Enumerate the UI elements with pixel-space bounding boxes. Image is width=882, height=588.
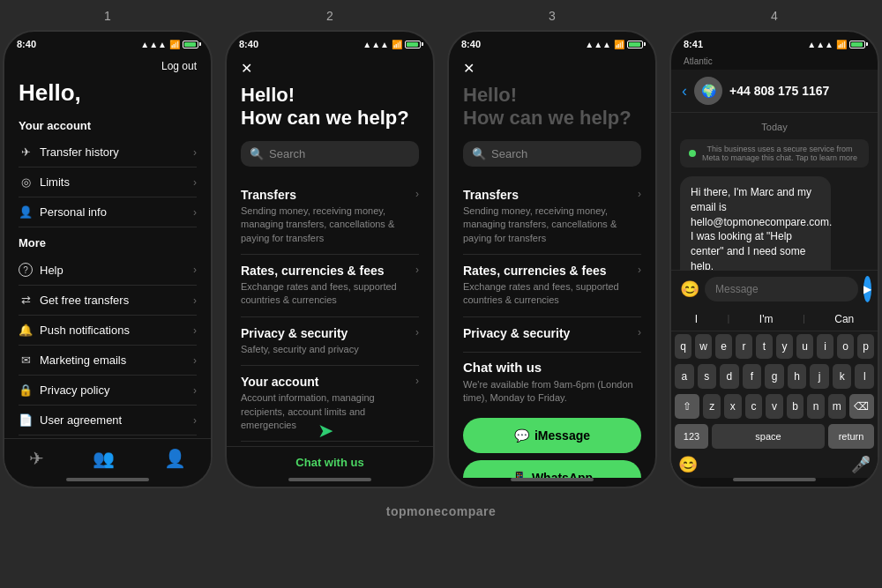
key-y[interactable]: y — [776, 334, 793, 359]
help-icon: ? — [19, 263, 33, 277]
search-placeholder-2: Search — [269, 147, 305, 160]
phone3-main-content: ✕ Hello! How can we help? 🔍 Search Trans… — [449, 53, 655, 478]
phone-1: 1 8:40 ▲▲▲ 📶 Log out Hello, Your accou — [3, 9, 213, 488]
help-label: Help — [40, 264, 64, 277]
key-n[interactable]: n — [807, 394, 825, 419]
search-bar-3[interactable]: 🔍 Search — [463, 141, 641, 167]
help-rates-item[interactable]: Rates, currencies & fees Exchange rates … — [241, 255, 419, 317]
signal-icon-2: ▲▲▲ — [363, 40, 389, 49]
mic-icon[interactable]: 🎤 — [851, 455, 871, 474]
search-icon-3: 🔍 — [472, 147, 486, 160]
suggest-3[interactable]: Can — [834, 313, 854, 325]
key-u[interactable]: u — [796, 334, 813, 359]
chat-section-2: Chat with us ➤ — [227, 446, 433, 478]
secure-notice: This business uses a secure service from… — [680, 139, 869, 167]
phone-screen-4: 8:41 ▲▲▲ 📶 Atlantic ‹ 🌍 +44 808 — [669, 30, 879, 488]
key-v[interactable]: v — [766, 394, 783, 419]
chevron-tr3: › — [638, 188, 641, 200]
chat-bubble-message: Hi there, I'm Marc and my email is hello… — [680, 176, 831, 270]
key-r[interactable]: r — [736, 334, 752, 359]
whatsapp-icon: 📱 — [512, 471, 527, 478]
key-z[interactable]: z — [703, 394, 721, 419]
transfers-desc-3: Sending money, receiving money, managing… — [463, 205, 638, 245]
user-agreement-item[interactable]: 📄 User agreement › — [19, 406, 197, 435]
key-e[interactable]: e — [715, 334, 732, 359]
limits-item[interactable]: ◎ Limits › — [19, 167, 197, 197]
rates-title: Rates, currencies & fees — [241, 264, 415, 278]
whatsapp-label: WhatsApp — [532, 471, 593, 478]
key-g[interactable]: g — [765, 364, 784, 389]
emoji-icon[interactable]: 😊 — [680, 279, 699, 299]
help-transfers-item[interactable]: Transfers Sending money, receiving money… — [241, 179, 419, 255]
search-bar-2[interactable]: 🔍 Search — [241, 141, 419, 167]
people-nav-icon[interactable]: 👥 — [93, 448, 115, 469]
status-icons-1: ▲▲▲ 📶 — [140, 40, 198, 49]
logout-button[interactable]: Log out — [161, 60, 197, 72]
time-3: 8:40 — [461, 39, 481, 49]
push-notif-label: Push notifications — [40, 324, 130, 337]
emoji-keyboard-icon[interactable]: 😊 — [678, 455, 698, 474]
back-arrow-btn[interactable]: ‹ — [682, 82, 687, 100]
phone-3: 3 8:40 ▲▲▲ 📶 ✕ Hello! H — [447, 9, 657, 488]
privacy-label: Privacy policy — [40, 383, 109, 397]
suggest-2[interactable]: I'm — [759, 313, 774, 325]
chat-with-us-btn[interactable]: Chat with us — [227, 446, 433, 478]
key-j[interactable]: j — [810, 364, 829, 389]
chevron-ps3: › — [638, 326, 641, 339]
secure-dot — [689, 150, 696, 157]
help-privacy-item-3[interactable]: Privacy & security › — [463, 317, 641, 353]
key-123[interactable]: 123 — [675, 424, 708, 449]
privacy-item[interactable]: 🔒 Privacy policy › — [19, 376, 197, 406]
key-q[interactable]: q — [675, 334, 691, 359]
home-indicator-2 — [288, 478, 371, 481]
key-d[interactable]: d — [720, 364, 739, 389]
kb-row-4: 123 space return — [671, 421, 878, 451]
free-transfers-item[interactable]: ⇄ Get free transfers › — [19, 286, 197, 316]
phone-2: 2 8:40 ▲▲▲ 📶 ✕ Hello! H — [225, 9, 435, 488]
key-s[interactable]: s — [698, 364, 717, 389]
key-i[interactable]: i — [817, 334, 833, 359]
close-button-3[interactable]: ✕ — [463, 60, 475, 77]
help-item[interactable]: ? Help › ➤ — [19, 255, 197, 286]
key-t[interactable]: t — [756, 334, 773, 359]
key-x[interactable]: x — [724, 394, 742, 419]
personal-info-item[interactable]: 👤 Personal info › — [19, 197, 197, 227]
time-2: 8:40 — [239, 39, 258, 49]
chevron-rt3: › — [638, 264, 641, 276]
key-h[interactable]: h — [788, 364, 807, 389]
key-p[interactable]: p — [857, 334, 874, 359]
whatsapp-button[interactable]: 📱 WhatsApp — [463, 460, 641, 478]
help-rates-item-3[interactable]: Rates, currencies & fees Exchange rates … — [463, 255, 641, 317]
help-transfers-item-3[interactable]: Transfers Sending money, receiving money… — [463, 179, 641, 255]
help-privacy-item[interactable]: Privacy & security Safety, security and … — [241, 317, 419, 366]
account-title-2: Your account — [241, 375, 415, 389]
key-l[interactable]: l — [855, 364, 874, 389]
time-1: 8:40 — [17, 39, 36, 49]
key-m[interactable]: m — [828, 394, 846, 419]
key-b[interactable]: b — [787, 394, 804, 419]
key-space[interactable]: space — [712, 424, 825, 449]
suggest-1[interactable]: I — [695, 313, 698, 325]
marketing-item[interactable]: ✉ Marketing emails › — [19, 346, 197, 376]
profile-nav-icon[interactable]: 👤 — [164, 448, 186, 469]
key-o[interactable]: o — [837, 334, 854, 359]
send-button[interactable]: ▶ — [863, 276, 871, 302]
key-f[interactable]: f — [743, 364, 762, 389]
key-w[interactable]: w — [695, 334, 712, 359]
lock-icon: 🔒 — [19, 383, 33, 397]
imessage-button[interactable]: 💬 iMessage — [463, 418, 641, 453]
close-button-2[interactable]: ✕ — [241, 60, 252, 77]
send-nav-icon[interactable]: ✈ — [29, 448, 44, 469]
key-shift[interactable]: ⇧ — [675, 394, 699, 419]
key-return[interactable]: return — [828, 424, 874, 449]
key-k[interactable]: k — [833, 364, 852, 389]
key-backspace[interactable]: ⌫ — [849, 394, 874, 419]
key-a[interactable]: a — [675, 364, 694, 389]
transfer-history-item[interactable]: ✈ Transfer history › — [19, 138, 197, 167]
help-title-2: Hello! How can we help? — [241, 84, 419, 130]
push-notif-item[interactable]: 🔔 Push notifications › — [19, 316, 197, 346]
hello-greeting: Hello, — [19, 79, 197, 107]
rates-desc-3: Exchange rates and fees, supported count… — [463, 280, 638, 308]
key-c[interactable]: c — [745, 394, 763, 419]
chat-input-field[interactable] — [705, 277, 858, 301]
